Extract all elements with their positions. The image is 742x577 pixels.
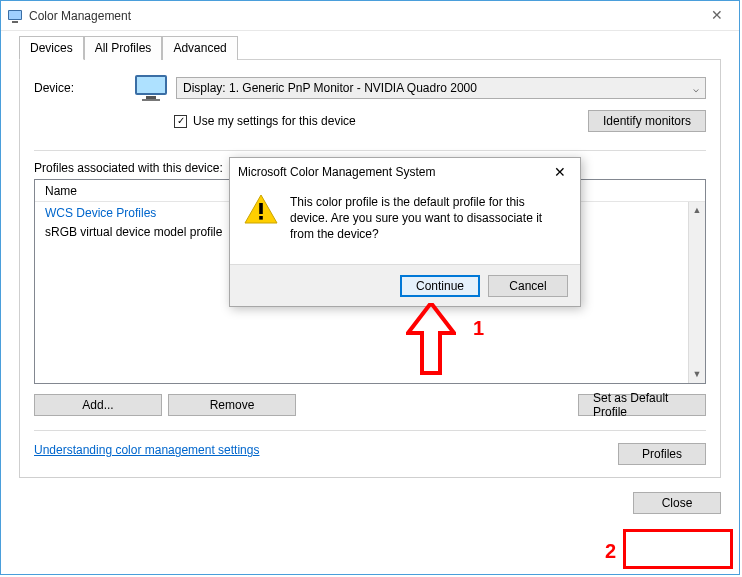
profiles-button[interactable]: Profiles: [618, 443, 706, 465]
add-button[interactable]: Add...: [34, 394, 162, 416]
confirm-dialog: Microsoft Color Management System ✕ This…: [229, 157, 581, 307]
tab-devices[interactable]: Devices: [19, 36, 84, 60]
color-management-window: Color Management ✕ Devices All Profiles …: [0, 0, 740, 575]
identify-monitors-button[interactable]: Identify monitors: [588, 110, 706, 132]
monitor-icon: [134, 74, 168, 102]
cancel-label: Cancel: [509, 279, 546, 293]
device-select-value: Display: 1. Generic PnP Monitor - NVIDIA…: [183, 81, 477, 95]
device-row: Device: Display: 1. Generic PnP Monitor …: [34, 74, 706, 102]
device-label: Device:: [34, 81, 134, 95]
close-button[interactable]: Close: [633, 492, 721, 514]
close-button-label: Close: [662, 496, 693, 510]
window-title: Color Management: [29, 9, 694, 23]
footer-separator: [34, 430, 706, 431]
svg-rect-8: [259, 203, 263, 214]
dialog-titlebar: Microsoft Color Management System ✕: [230, 158, 580, 186]
separator: [34, 150, 706, 151]
dialog-title: Microsoft Color Management System: [238, 165, 548, 179]
titlebar: Color Management ✕: [1, 1, 739, 31]
scroll-down-button[interactable]: ▼: [689, 366, 705, 383]
scroll-up-button[interactable]: ▲: [689, 202, 705, 219]
dialog-button-row: Continue Cancel: [230, 264, 580, 306]
add-button-label: Add...: [82, 398, 113, 412]
continue-button[interactable]: Continue: [400, 275, 480, 297]
remove-button-label: Remove: [210, 398, 255, 412]
app-icon: [7, 8, 23, 24]
warning-icon: [244, 194, 278, 224]
dialog-close-button[interactable]: ✕: [548, 164, 572, 180]
tabstrip: Devices All Profiles Advanced: [19, 35, 721, 60]
svg-rect-5: [146, 96, 156, 99]
set-default-button[interactable]: Set as Default Profile: [578, 394, 706, 416]
tab-all-profiles[interactable]: All Profiles: [84, 36, 163, 60]
remove-button[interactable]: Remove: [168, 394, 296, 416]
chevron-down-icon: ⌵: [693, 83, 699, 94]
set-default-label: Set as Default Profile: [593, 391, 691, 419]
dialog-body: This color profile is the default profil…: [230, 186, 580, 247]
svg-rect-2: [12, 21, 18, 23]
scrollbar[interactable]: ▲ ▼: [688, 202, 705, 383]
device-select[interactable]: Display: 1. Generic PnP Monitor - NVIDIA…: [176, 77, 706, 99]
identify-monitors-label: Identify monitors: [603, 114, 691, 128]
svg-rect-9: [259, 216, 263, 220]
understanding-link[interactable]: Understanding color management settings: [34, 443, 259, 457]
profile-buttons-row: Add... Remove Set as Default Profile: [34, 394, 706, 416]
svg-rect-6: [142, 99, 160, 101]
annotation-close-highlight: [623, 529, 733, 569]
use-settings-checkbox[interactable]: ✓: [174, 115, 187, 128]
annotation-number-2: 2: [605, 540, 616, 563]
svg-rect-4: [137, 77, 165, 93]
cancel-button[interactable]: Cancel: [488, 275, 568, 297]
settings-check-row: ✓ Use my settings for this device Identi…: [174, 110, 706, 132]
close-row: Close: [19, 492, 721, 514]
svg-rect-1: [9, 11, 21, 19]
tab-advanced[interactable]: Advanced: [162, 36, 237, 60]
window-close-button[interactable]: ✕: [694, 1, 739, 31]
dialog-message: This color profile is the default profil…: [290, 194, 562, 243]
profiles-button-label: Profiles: [642, 447, 682, 461]
continue-label: Continue: [416, 279, 464, 293]
use-settings-label: Use my settings for this device: [193, 114, 356, 128]
